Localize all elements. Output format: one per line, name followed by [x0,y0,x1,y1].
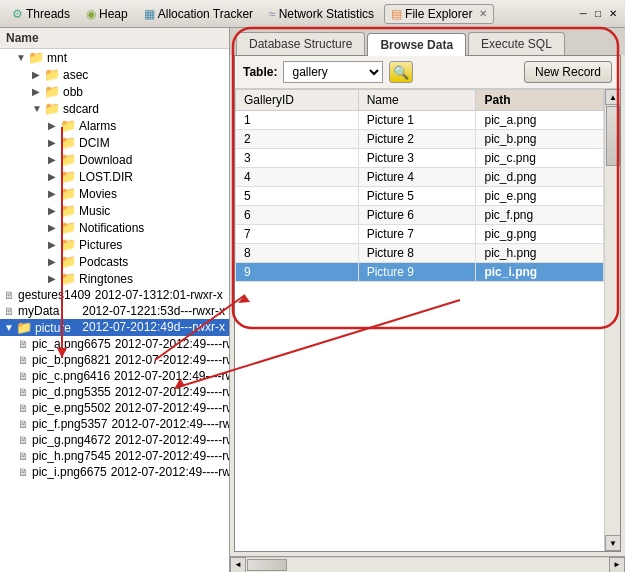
tree-item[interactable]: ▶ 📁 Movies [0,185,229,202]
heap-tab[interactable]: ◉ Heap [80,5,134,23]
expand-arrow[interactable]: ▶ [48,273,60,284]
file-row[interactable]: 🗎 myData 2012-07-12 21:53 d---rwxr-x [0,303,229,319]
file-row[interactable]: 🗎 pic_c.png 6416 2012-07-20 12:49 ----rw… [0,368,229,384]
file-row[interactable]: 🗎 pic_d.png 5355 2012-07-20 12:49 ----rw… [0,384,229,400]
expand-arrow[interactable]: ▶ [48,256,60,267]
scroll-up-button[interactable]: ▲ [605,89,620,105]
file-row[interactable]: 🗎 pic_a.png 6675 2012-07-20 12:49 ----rw… [0,336,229,352]
file-row[interactable]: 🗎 gestures 1409 2012-07-13 12:01 -rwxr-x [0,287,229,303]
expand-arrow[interactable]: ▶ [48,171,60,182]
collapse-arrow[interactable]: ▼ [16,52,28,63]
minimize-icon[interactable]: ─ [580,8,587,19]
tab-database-structure[interactable]: Database Structure [236,32,365,55]
file-icon: 🗎 [18,354,29,366]
h-scroll-track[interactable] [246,558,609,572]
expand-arrow[interactable]: ▶ [48,205,60,216]
tree-item[interactable]: ▶ 📁 asec [0,66,229,83]
tree-item[interactable]: ▶ 📁 Alarms [0,117,229,134]
heap-label: Heap [99,7,128,21]
data-table-wrap[interactable]: GalleryID Name Path [235,89,604,551]
table-row[interactable]: 4Picture 4pic_d.png [236,168,604,187]
tree-item[interactable]: ▶ 📁 Pictures [0,236,229,253]
search-button[interactable]: 🔍 [389,61,413,83]
file-explorer-panel: Name ▼ 📁 mnt ▶ 📁 asec ▶ 📁 obb [0,28,230,572]
expand-arrow[interactable]: ▶ [48,137,60,148]
tree-item[interactable]: ▶ 📁 Music [0,202,229,219]
file-row[interactable]: 🗎 pic_i.png 6675 2012-07-20 12:49 ----rw… [0,464,229,480]
tree-item[interactable]: ▶ 📁 Download [0,151,229,168]
expand-arrow[interactable]: ▶ [48,222,60,233]
file-row[interactable]: 🗎 pic_h.png 7545 2012-07-20 12:49 ----rw… [0,448,229,464]
new-record-button[interactable]: New Record [524,61,612,83]
close-icon[interactable]: ✕ [479,8,487,19]
expand-arrow[interactable]: ▶ [48,239,60,250]
file-row[interactable]: 🗎 pic_g.png 4672 2012-07-20 12:49 ----rw… [0,432,229,448]
tree-label: Notifications [79,221,229,235]
network-tab[interactable]: ≈ Network Statistics [263,5,380,23]
tree-item[interactable]: ▼ 📁 mnt [0,49,229,66]
collapse-arrow[interactable]: ▼ [4,322,16,333]
tree-label: asec [63,68,229,82]
col-header-galleryid[interactable]: GalleryID [236,90,359,111]
vertical-scrollbar[interactable]: ▲ ▼ [604,89,620,551]
scroll-down-button[interactable]: ▼ [605,535,620,551]
expand-arrow[interactable]: ▶ [32,69,44,80]
h-scroll-thumb[interactable] [247,559,287,571]
table-row[interactable]: 5Picture 5pic_e.png [236,187,604,206]
file-row[interactable]: 🗎 pic_e.png 5502 2012-07-20 12:49 ----rw… [0,400,229,416]
file-icon: 🗎 [4,305,15,317]
tree-item[interactable]: ▶ 📁 Podcasts [0,253,229,270]
tab-execute-sql[interactable]: Execute SQL [468,32,565,55]
folder-icon: 📁 [60,220,76,235]
tree-label: Movies [79,187,229,201]
tab-browse-data[interactable]: Browse Data [367,33,466,56]
folder-icon: 📁 [16,320,32,335]
file-explorer-tab[interactable]: ▤ File Explorer ✕ [384,4,494,24]
tree-item[interactable]: ▶ 📁 DCIM [0,134,229,151]
col-header-name[interactable]: Name [358,90,476,111]
folder-icon: 📁 [60,203,76,218]
file-row-selected[interactable]: ▼ 📁 picture 2012-07-20 12:49 d---rwxr-x [0,319,229,336]
file-explorer-icon: ▤ [391,7,402,21]
allocation-tab[interactable]: ▦ Allocation Tracker [138,5,259,23]
maximize-icon[interactable]: □ [595,8,601,19]
tree-item[interactable]: ▶ 📁 Notifications [0,219,229,236]
name-column-header: Name [0,28,229,49]
file-icon: 🗎 [4,289,15,301]
table-row[interactable]: 1Picture 1pic_a.png [236,111,604,130]
folder-icon: 📁 [28,50,44,65]
file-row[interactable]: 🗎 pic_b.png 6821 2012-07-20 12:49 ----rw… [0,352,229,368]
expand-arrow[interactable]: ▶ [32,86,44,97]
expand-arrow[interactable]: ▶ [48,188,60,199]
tree-item[interactable]: ▶ 📁 Ringtones [0,270,229,287]
table-row[interactable]: 3Picture 3pic_c.png [236,149,604,168]
collapse-arrow[interactable]: ▼ [32,103,44,114]
tree-item[interactable]: ▶ 📁 LOST.DIR [0,168,229,185]
table-row[interactable]: 8Picture 8pic_h.png [236,244,604,263]
tree-item[interactable]: ▶ 📁 obb [0,83,229,100]
scroll-track[interactable] [605,105,620,535]
expand-arrow[interactable]: ▶ [48,120,60,131]
expand-arrow[interactable]: ▶ [48,154,60,165]
network-icon: ≈ [269,7,276,21]
tree-label: Podcasts [79,255,229,269]
table-row[interactable]: 6Picture 6pic_f.png [236,206,604,225]
tree-label: obb [63,85,229,99]
table-row[interactable]: 9Picture 9pic_i.png [236,263,604,282]
tree-label: Alarms [79,119,229,133]
folder-icon: 📁 [60,169,76,184]
allocation-icon: ▦ [144,7,155,21]
scroll-right-button[interactable]: ► [609,557,625,573]
folder-icon: 📁 [60,186,76,201]
tree-item[interactable]: ▼ 📁 sdcard [0,100,229,117]
horizontal-scrollbar[interactable]: ◄ ► [230,556,625,572]
close-window-icon[interactable]: ✕ [609,8,617,19]
col-header-path[interactable]: Path [476,90,604,111]
table-row[interactable]: 7Picture 7pic_g.png [236,225,604,244]
threads-tab[interactable]: ⚙ Threads [6,5,76,23]
table-row[interactable]: 2Picture 2pic_b.png [236,130,604,149]
table-select[interactable]: gallery [283,61,383,83]
scroll-left-button[interactable]: ◄ [230,557,246,573]
file-row[interactable]: 🗎 pic_f.png 5357 2012-07-20 12:49 ----rw… [0,416,229,432]
scroll-thumb[interactable] [606,106,620,166]
